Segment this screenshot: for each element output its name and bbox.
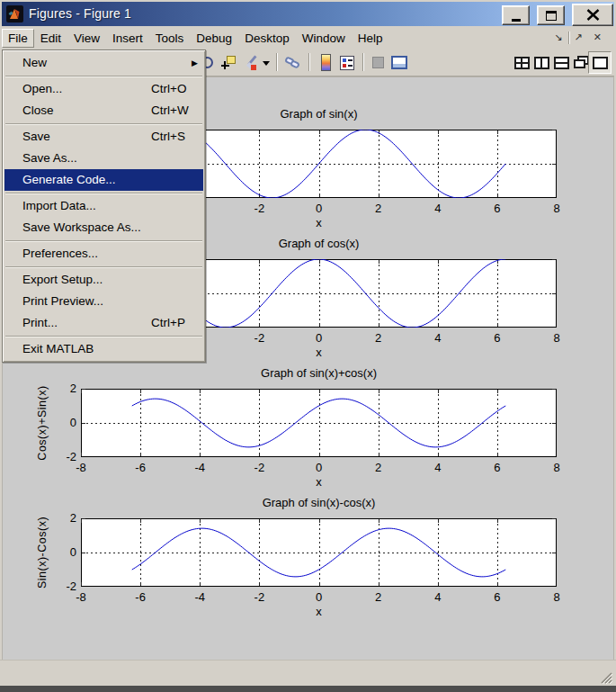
maximize-pane-icon xyxy=(593,57,608,69)
y-tick-label: 2 xyxy=(53,382,76,395)
status-bar xyxy=(0,660,616,686)
menu-view[interactable]: View xyxy=(67,29,106,48)
menu-item-close[interactable]: Close Ctrl+W xyxy=(4,100,203,121)
chevron-down-icon xyxy=(263,61,270,66)
menu-separator xyxy=(5,240,202,241)
brush-dropdown-button[interactable] xyxy=(261,53,272,72)
x-axis-label: x xyxy=(81,605,557,618)
data-cursor-icon xyxy=(221,56,236,70)
x-tick-label: -6 xyxy=(127,590,154,604)
data-cursor-button[interactable] xyxy=(219,53,237,72)
x-tick-label: 4 xyxy=(424,590,451,604)
file-menu-popup: New ▶ Open... Ctrl+O Close Ctrl+W Save C… xyxy=(2,49,206,363)
undock-arrow-icon[interactable]: ↗ xyxy=(569,31,588,45)
menu-item-save-as[interactable]: Save As... xyxy=(4,148,203,169)
maximize-button[interactable] xyxy=(537,5,565,25)
toolbar-separator xyxy=(362,53,363,71)
x-tick-label: 8 xyxy=(543,590,570,604)
close-button[interactable] xyxy=(572,4,613,26)
menu-separator xyxy=(5,193,202,193)
hide-plot-tools-icon xyxy=(372,57,384,68)
show-plot-tools-button[interactable] xyxy=(388,53,410,72)
plot-title: Graph of sin(x)+cos(x) xyxy=(81,366,557,380)
window-title: Figures - Figure 1 xyxy=(29,6,131,21)
subplot-3: Graph of sin(x)-cos(x)-8-6-4-202468-202S… xyxy=(3,466,615,596)
close-icon xyxy=(586,9,600,21)
toolbar-separator xyxy=(276,53,277,71)
y-axis-label: Sin(x)-Cos(x) xyxy=(36,499,49,607)
menu-item-save-workspace-as[interactable]: Save Workspace As... xyxy=(4,217,203,238)
figures-window: Figures - Figure 1 File Edit View Insert… xyxy=(0,0,616,692)
minimize-icon xyxy=(512,19,521,22)
menu-insert[interactable]: Insert xyxy=(106,29,149,48)
legend-icon xyxy=(340,56,354,70)
axes-area[interactable] xyxy=(81,389,557,457)
y-tick-label: -2 xyxy=(53,580,76,593)
menu-help[interactable]: Help xyxy=(352,29,389,48)
maximize-figure-button[interactable] xyxy=(588,51,612,74)
split-horizontal-icon xyxy=(554,57,569,69)
link-plot-button[interactable] xyxy=(282,53,304,72)
menu-item-save[interactable]: Save Ctrl+S xyxy=(4,126,203,148)
brush-button[interactable] xyxy=(243,53,261,72)
titlebar[interactable]: Figures - Figure 1 xyxy=(2,2,614,26)
dock-figure-icon xyxy=(391,56,407,69)
y-axis-label: Cos(x)+Sin(x) xyxy=(36,369,49,477)
maximize-icon xyxy=(546,11,557,21)
hide-plot-tools-button[interactable] xyxy=(369,53,387,72)
menu-item-open[interactable]: Open... Ctrl+O xyxy=(4,78,203,100)
menu-window[interactable]: Window xyxy=(296,29,352,48)
menu-item-print-preview[interactable]: Print Preview... xyxy=(4,291,203,312)
menu-separator xyxy=(5,336,202,337)
menu-item-import-data[interactable]: Import Data... xyxy=(4,195,203,217)
y-tick-label: 0 xyxy=(53,416,76,429)
y-tick-label: 2 xyxy=(53,511,76,525)
menu-item-exit-matlab[interactable]: Exit MATLAB xyxy=(4,338,203,360)
submenu-arrow-icon: ▶ xyxy=(192,52,198,74)
minimize-button[interactable] xyxy=(502,5,530,25)
toolbar-separator xyxy=(308,53,309,71)
colorbar-icon xyxy=(321,54,331,71)
link-icon xyxy=(285,57,301,69)
insert-colorbar-button[interactable] xyxy=(317,53,335,72)
menu-item-new[interactable]: New ▶ xyxy=(4,52,203,74)
insert-legend-button[interactable] xyxy=(338,53,356,72)
y-tick-label: 0 xyxy=(53,545,76,559)
menu-separator xyxy=(5,76,202,76)
menu-desktop[interactable]: Desktop xyxy=(238,29,296,48)
menu-debug[interactable]: Debug xyxy=(190,29,238,48)
menu-item-export-setup[interactable]: Export Setup... xyxy=(4,269,203,291)
tile-grid-icon xyxy=(514,57,530,69)
close-panel-icon[interactable]: ✕ xyxy=(588,31,607,45)
x-tick-label: 6 xyxy=(484,590,511,604)
axes-area[interactable] xyxy=(81,518,557,587)
menu-item-generate-code[interactable]: Generate Code... xyxy=(4,169,203,191)
x-tick-label: -2 xyxy=(246,590,272,604)
tile-windows-button[interactable] xyxy=(513,53,531,72)
split-vertical-icon xyxy=(534,57,549,69)
menu-item-print[interactable]: Print... Ctrl+P xyxy=(4,312,203,334)
brush-icon xyxy=(245,56,259,70)
menu-edit[interactable]: Edit xyxy=(34,29,67,48)
window-bottom-edge xyxy=(0,686,616,692)
menu-separator xyxy=(5,123,202,124)
x-tick-label: 2 xyxy=(365,590,392,604)
plot-title: Graph of sin(x)-cos(x) xyxy=(81,496,557,509)
x-tick-label: 0 xyxy=(306,590,333,604)
split-top-bottom-button[interactable] xyxy=(552,53,570,72)
y-tick-label: -2 xyxy=(53,450,76,463)
matlab-logo-icon xyxy=(6,5,23,22)
split-left-right-button[interactable] xyxy=(532,53,550,72)
menu-file[interactable]: File xyxy=(2,29,34,48)
resize-grip[interactable] xyxy=(598,670,612,684)
dock-arrow-icon[interactable]: ↘ xyxy=(549,31,567,45)
menu-item-preferences[interactable]: Preferences... xyxy=(4,243,203,265)
menu-separator xyxy=(5,266,202,267)
menubar: File Edit View Insert Tools Debug Deskto… xyxy=(2,26,614,49)
x-tick-label: -4 xyxy=(186,590,213,604)
menu-tools[interactable]: Tools xyxy=(149,29,191,48)
